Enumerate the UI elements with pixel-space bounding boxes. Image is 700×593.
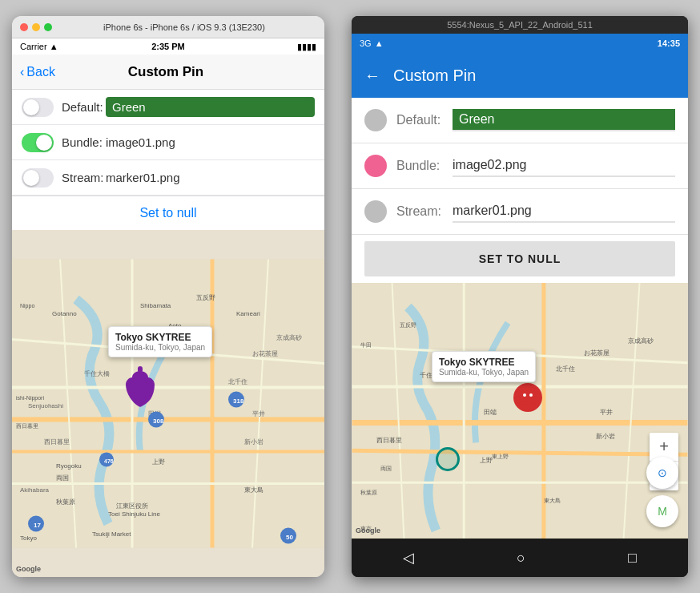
ios-value-bundle: image01.png [106, 135, 315, 149]
android-my-location-button[interactable]: ⊙ [646, 457, 678, 489]
svg-text:Ryogoku: Ryogoku [56, 462, 82, 470]
svg-text:Toei Shinjuku Line: Toei Shinjuku Line [108, 510, 160, 518]
svg-text:お花茶屋: お花茶屋 [252, 350, 278, 357]
ios-value-default: Green [106, 97, 315, 117]
ios-status-bar: Carrier ▲ 2:35 PM ▮▮▮▮ [12, 38, 324, 54]
svg-text:東大島: 東大島 [244, 486, 264, 494]
svg-text:両国: 両国 [56, 474, 69, 482]
android-value-stream: marker01.png [453, 200, 675, 223]
android-maps-button[interactable]: M [646, 495, 678, 527]
android-network: 3G [360, 38, 372, 48]
ios-nav-title: Custom Pin [55, 64, 276, 80]
svg-rect-47 [138, 366, 143, 373]
svg-text:北千住: 北千住 [556, 365, 575, 373]
android-row-bundle: Bundle: image02.png [352, 143, 688, 189]
svg-text:田端: 田端 [484, 409, 497, 416]
svg-text:Shibamata: Shibamata [140, 302, 171, 309]
svg-text:476: 476 [104, 458, 114, 464]
android-simulator: 5554:Nexus_5_API_22_Android_511 3G ▲ 14:… [352, 16, 688, 577]
ios-map-svg: Senjuohashi 北千住 お花茶屋 千住大橋 西日暮里 田端 京成高砂 新… [12, 230, 324, 577]
android-settings-panel: Default: Green Bundle: image02.png Strea… [352, 98, 688, 283]
ios-map-tooltip: Tokyo SKYTREE Sumida-ku, Tokyo, Japan [108, 326, 212, 357]
ios-settings-panel: Default: Green Bundle: image01.png Strea… [12, 90, 324, 230]
battery-icon: ▮▮▮▮ [297, 42, 316, 52]
android-toggle-bundle[interactable] [364, 155, 387, 177]
android-status-left: 3G ▲ [360, 38, 658, 48]
wifi-icon: ▲ [50, 42, 58, 51]
ios-back-button[interactable]: ‹ Back [20, 65, 55, 79]
ios-simulator-title: iPhone 6s - iPhone 6s / iOS 9.3 (13E230) [52, 22, 316, 32]
android-toggle-stream[interactable] [364, 200, 387, 223]
svg-text:東上野: 東上野 [492, 454, 509, 459]
svg-text:五反野: 五反野 [400, 322, 416, 328]
svg-text:平井: 平井 [252, 410, 265, 418]
svg-text:西日暮里: 西日暮里 [44, 438, 70, 446]
android-tooltip-title: Tokyo SKYTREE [439, 357, 529, 368]
android-set-null-button[interactable]: SET TO NULL [364, 241, 675, 276]
svg-text:東大島: 東大島 [544, 498, 561, 503]
svg-text:千住大橋: 千住大橋 [84, 370, 110, 377]
android-tooltip-subtitle: Sumida-ku, Tokyo, Japan [439, 368, 529, 377]
svg-text:上野: 上野 [480, 457, 493, 464]
ios-nav-bar: ‹ Back Custom Pin [12, 54, 324, 90]
svg-text:新小岩: 新小岩 [244, 438, 264, 446]
svg-text:両国: 両国 [380, 466, 392, 471]
ios-row-bundle: Bundle: image01.png [12, 125, 324, 160]
ios-row-default: Default: Green [12, 90, 324, 125]
ios-label-stream: Stream: [62, 171, 106, 184]
android-simulator-title: 5554:Nexus_5_API_22_Android_511 [447, 20, 593, 30]
ios-battery: ▮▮▮▮ [218, 42, 316, 52]
ios-set-null-button[interactable]: Set to null [12, 196, 324, 230]
svg-text:308: 308 [153, 418, 164, 425]
android-label-bundle: Bundle: [396, 159, 453, 173]
android-recents-button[interactable]: □ [628, 550, 637, 567]
android-nav-bar: ◁ ○ □ [352, 539, 688, 577]
android-value-default: Green [453, 109, 675, 131]
android-row-default: Default: Green [352, 98, 688, 143]
android-status-bar: 3G ▲ 14:35 [352, 34, 688, 53]
android-action-bar: ← Custom Pin [352, 53, 688, 98]
svg-point-84 [529, 393, 533, 397]
ios-google-logo: Google [16, 565, 41, 573]
ios-label-default: Default: [62, 100, 106, 114]
svg-rect-81 [529, 404, 533, 410]
android-label-stream: Stream: [396, 204, 453, 219]
android-map-tooltip: Tokyo SKYTREE Sumida-ku, Tokyo, Japan [432, 351, 536, 382]
svg-text:ishi-Nippori: ishi-Nippori [16, 395, 44, 401]
svg-text:京成高砂: 京成高砂 [276, 334, 302, 341]
ios-minimize-dot[interactable] [32, 23, 40, 31]
android-robot-pin [512, 381, 544, 417]
android-content: Default: Green Bundle: image02.png Strea… [352, 98, 688, 539]
svg-point-83 [523, 393, 526, 397]
svg-text:Akihabara: Akihabara [20, 486, 50, 494]
svg-text:Kameari: Kameari [236, 310, 260, 317]
ios-toggle-stream[interactable] [22, 168, 54, 188]
android-home-button[interactable]: ○ [517, 550, 525, 567]
ios-close-dot[interactable] [20, 23, 28, 31]
svg-text:西日暮里: 西日暮里 [376, 437, 402, 444]
android-value-bundle: image02.png [453, 155, 675, 177]
ios-value-stream: marker01.png [106, 171, 315, 184]
svg-text:平井: 平井 [600, 409, 613, 416]
ios-tooltip-title: Tokyo SKYTREE [115, 332, 205, 343]
svg-text:Senjuohashi: Senjuohashi [28, 402, 63, 409]
ios-chevron-icon: ‹ [20, 65, 24, 79]
ios-toggle-default[interactable] [22, 98, 54, 117]
android-titlebar: 5554:Nexus_5_API_22_Android_511 [352, 16, 688, 34]
android-toggle-default[interactable] [364, 109, 387, 131]
svg-text:Nippo: Nippo [20, 303, 34, 309]
android-back-button[interactable]: ← [364, 67, 380, 85]
svg-text:五反野: 五反野 [196, 294, 215, 301]
ios-label-bundle: Bundle: [62, 135, 106, 149]
svg-text:秋葉原: 秋葉原 [360, 490, 377, 495]
svg-text:北千住: 北千住 [228, 378, 247, 385]
ios-toggle-bundle[interactable] [22, 133, 54, 152]
ios-row-stream: Stream: marker01.png [12, 160, 324, 196]
android-back-nav-button[interactable]: ◁ [403, 549, 414, 567]
ios-maximize-dot[interactable] [44, 23, 52, 31]
svg-text:17: 17 [34, 522, 41, 529]
android-action-title: Custom Pin [393, 67, 476, 85]
ios-simulator: iPhone 6s - iPhone 6s / iOS 9.3 (13E230)… [12, 16, 324, 577]
ios-map: Senjuohashi 北千住 お花茶屋 千住大橋 西日暮里 田端 京成高砂 新… [12, 230, 324, 577]
android-google-logo: Google [356, 526, 380, 535]
